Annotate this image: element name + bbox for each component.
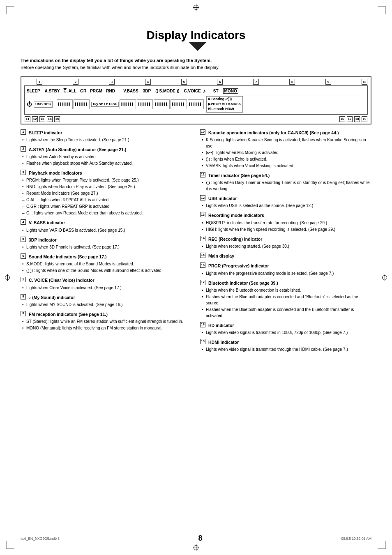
bullet-list: Lights when recording started. (See page… [200, 243, 371, 249]
hq-sp-lp-block: HQ SP LP HIGH [91, 102, 119, 107]
indicator-title-text: FM reception indicators (See page 11.) [29, 311, 108, 318]
num-6: 6 [217, 79, 223, 85]
usb-rec-block: USB REC [34, 101, 53, 108]
list-item: Lights when video signal is transmitted … [206, 346, 371, 352]
spacer5 [104, 88, 105, 93]
list-item: ))) : lights when Echo is activated. [206, 156, 371, 162]
spacer-mid [62, 116, 338, 122]
3dp-label: 3DP [143, 89, 151, 93]
section-num-14: 14 [200, 236, 205, 241]
indicator-title-text: V. BASS indicator [29, 219, 65, 226]
num-15: 15 [54, 116, 60, 122]
spacer3 [78, 88, 79, 93]
indicator-entry: 16PRGR (Progressive) indicatorLights whe… [200, 263, 371, 276]
indicator-entry: 9FM reception indicators (See page 11.)S… [21, 311, 192, 331]
list-item: Lights when Clear Voice is activated. (S… [26, 285, 192, 291]
kscoring-label: K.Scoring ω))) [208, 97, 241, 102]
diagram-top-numbers: 1 2 3 4 5 6 7 8 9 10 [24, 79, 368, 85]
indicator-title-text: ♪ (My Sound) indicator [29, 294, 75, 301]
list-item: Lights when the Bluetooth connection is … [206, 287, 371, 293]
list-item: Flashes when the Bluetooth adapter is co… [206, 294, 371, 306]
indicator-title-text: HDMI indicator [208, 339, 239, 345]
indicator-title: 10Karaoke operation indicators (only for… [200, 129, 371, 136]
indicator-title: 17Bluetooth indicator (See page 39.) [200, 280, 371, 286]
spacer4 [88, 88, 89, 93]
indicator-title-text: USB indicator [208, 195, 237, 202]
list-item: Lights when MY SOUND is activated. (See … [26, 302, 192, 308]
spacer2 [61, 88, 62, 93]
bullet-list: Lights when USB is selected as the sourc… [200, 203, 371, 209]
indicator-title: 18HD indicator [200, 322, 371, 329]
indicator-title-text: Bluetooth indicator (See page 39.) [208, 280, 278, 286]
page-number-box: 8 [198, 534, 203, 543]
list-item: HQ/SP/LP: indicates the transfer rate fo… [206, 220, 371, 226]
indicator-entry: 53DP indicatorLights when 3D Phonic is a… [21, 237, 192, 250]
bullet-list: Lights when MY SOUND is activated. (See … [21, 302, 192, 308]
indicator-title: 6Sound Mode indicators (See page 17.) [21, 253, 192, 260]
spacer10 [210, 88, 211, 93]
intro-text: The indications on the display tell you … [21, 57, 371, 71]
indicator-title: 53DP indicator [21, 237, 192, 243]
sub-list: C.ALL : lights when REPEAT ALL is activa… [21, 197, 192, 216]
st-label: ST [213, 89, 219, 93]
section-num-4: 4 [21, 219, 26, 225]
seg-block-5: ▌▌▌▌▌▌ [154, 99, 170, 109]
list-item: Lights when video signal is transmitted … [206, 329, 371, 336]
section-num-15: 15 [200, 253, 205, 258]
seg-block-4: ▌▌▌▌▌▌ [137, 99, 153, 109]
left-column: 1SLEEP indicatorLights when the Sleep Ti… [21, 129, 192, 356]
num-7: 7 [253, 79, 259, 85]
list-item: Lights when 3D Phonic is activated. (See… [26, 244, 192, 250]
bullet-list: Lights when video signal is transmitted … [200, 346, 371, 352]
indicator-title: 3Playback mode indicators [21, 170, 192, 176]
mysound-icon: ♪ [203, 88, 206, 94]
section-num-1: 1 [21, 129, 26, 135]
indicator-entry: 13Recording mode indicatorsHQ/SP/LP: ind… [200, 212, 371, 232]
seg-block-2: ▌▌▌▌▌▌ [74, 99, 90, 109]
bullet-list: Lights when Clear Voice is activated. (S… [21, 285, 192, 291]
bullet-list: HQ/SP/LP: indicates the transfer rate fo… [200, 220, 371, 233]
section-num-2: 2 [21, 146, 26, 152]
section-num-3: 3 [21, 170, 26, 175]
indicator-entry: 2A.STBY (Auto Standby) indicator (See pa… [21, 146, 192, 166]
section-num-7: 7 [21, 277, 26, 282]
indicator-title: 19HDMI indicator [200, 339, 371, 345]
right-column: 10Karaoke operation indicators (only for… [200, 129, 371, 356]
bullet-list: K.Scoring: lights when Karaoke Scoring i… [200, 137, 371, 169]
section-num-9: 9 [21, 311, 26, 316]
bluetooth-hdmi-label: Bluetooth HDMI [208, 107, 241, 112]
indicator-entry: 6Sound Mode indicators (See page 17.)S.M… [21, 253, 192, 274]
list-item: Flashes when playback stops with Auto St… [26, 160, 192, 166]
indicator-title-text: Main display [208, 253, 234, 259]
list-item: Lights when Auto Standby is activated. [26, 154, 192, 160]
list-item: V.MASK: lights when Vocal Masking is act… [206, 163, 371, 169]
list-item: RND: lights when Random Play is activate… [26, 184, 192, 190]
seg-block-6: ▌▌▌▌▌▌ [171, 99, 187, 109]
indicator-entry: 4V. BASS indicatorLights when VARIO BASS… [21, 219, 192, 233]
bullet-list: Lights when the Bluetooth connection is … [200, 287, 371, 319]
section-num-13: 13 [200, 212, 205, 217]
prgm-label: PRGM [90, 89, 102, 93]
seg-block-7: ▌▌▌▌▌▌ [188, 99, 204, 109]
usb-label: USB REC [35, 101, 51, 107]
section-num-6: 6 [21, 253, 26, 259]
indicator-title: 14REC (Recording) indicator [200, 236, 371, 242]
sub-list-item: C.ALL : lights when REPEAT ALL is activa… [26, 197, 192, 203]
section-num-16: 16 [200, 263, 205, 268]
call-indicator-label: C [64, 89, 67, 93]
bullet-list: Lights when the Sleep Timer is activated… [21, 137, 192, 143]
all-label: .ALL [67, 89, 76, 93]
display-row2: ⏻ USB REC ▌▌▌▌▌▌ ▌▌▌▌▌▌ HQ SP LP HIGH ▌▌… [27, 96, 365, 113]
indicator-title-text: Sound Mode indicators (See page 17.) [29, 253, 107, 260]
spacer11 [220, 88, 221, 93]
indicator-title: 8♪ (My Sound) indicator [21, 294, 192, 301]
right-indicators-block: K.Scoring ω))) ▶PRGR HD V.MASK Bluetooth… [206, 96, 243, 113]
section-num-17: 17 [200, 280, 205, 285]
num-8: 8 [289, 79, 295, 85]
indicator-title: 13Recording mode indicators [200, 212, 371, 219]
indicator-entry: 11Timer indicator (See page 54.)⏻ : ligh… [200, 172, 371, 192]
indicator-title: 11Timer indicator (See page 54.) [200, 172, 371, 179]
indicator-title-text: Recording mode indicators [208, 212, 264, 219]
indicator-title: 4V. BASS indicator [21, 219, 192, 226]
num-19: 19 [362, 116, 367, 122]
